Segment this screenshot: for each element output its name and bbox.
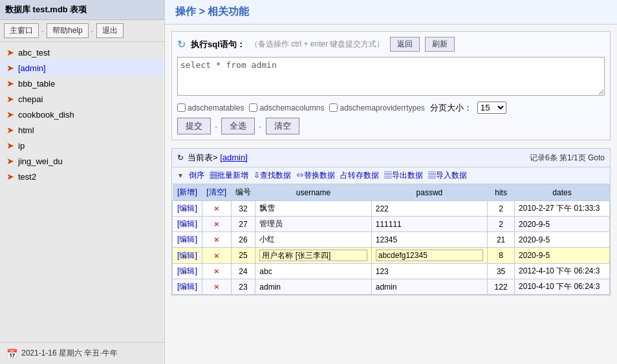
table-row-1: [编辑]×27管理员11111122020-9-5 [173,217,610,232]
page-size-label: 分页大小： [430,102,472,114]
main-body: ↻ 执行sql语句： （备选操作 ctrl + enter 键盘提交方式） 返回… [165,25,617,364]
table-row-5: [编辑]×23adminadmin1222010-4-10 下午 06:24:3 [173,279,610,295]
del-icon-4[interactable]: × [214,266,219,276]
sep2: - [91,27,94,36]
import-btn[interactable]: ▤导入数据 [428,170,467,181]
passwd-cell-3 [371,248,487,264]
sidebar: 数据库 test.mdb 表项 主窗口 - 帮助help - 退出 ➤abc_t… [0,0,165,364]
passwd-cell-2: 12345 [371,232,487,248]
cb-adschemaprovider[interactable] [329,103,338,112]
cb-adschematables[interactable] [177,103,186,112]
sidebar-item-7[interactable]: ➤jing_wei_du [0,153,164,169]
export-btn[interactable]: ▤导出数据 [384,170,423,181]
del-cell-3: × [202,248,231,264]
sql-section: ↻ 执行sql语句： （备选操作 ctrl + enter 键盘提交方式） 返回… [171,31,611,140]
id-cell-1: 27 [231,217,255,232]
passwd-cell-1: 111111 [371,217,487,232]
select-all-button[interactable]: 全选 [221,118,255,134]
del-icon-0[interactable]: × [214,204,219,213]
sep1: - [41,27,44,36]
passwd-input-3[interactable] [376,250,483,261]
col-passwd: passwd [371,184,487,201]
table-toolbar: ▼ 倒序 ▦批量新增 ⇩查找数据 ⇔替换数据 占转存数据 ▤导出数据 ▤导入数据 [172,167,610,184]
table-header-row: [新增] [清空] 编号 username passwd hits dates [173,184,610,201]
sidebar-item-1[interactable]: ➤[admin] [0,60,164,76]
main-content: 操作 > 相关功能 ↻ 执行sql语句： （备选操作 ctrl + enter … [165,0,617,364]
hits-cell-1: 2 [488,217,515,232]
del-cell-2: × [202,232,231,248]
username-input-3[interactable] [259,250,367,261]
hits-cell-3: 8 [488,248,515,264]
table-row-3: [编辑]×2582020-9-5 [173,248,610,264]
opt-adschemaprovider[interactable]: adschemaproviderrtypes [329,103,424,112]
sort-btn[interactable]: 倒序 [189,170,204,181]
sidebar-date: 2021-1-16 星期六 辛丑·牛年 [21,348,118,359]
username-cell-4: abc [255,264,371,279]
hits-cell-2: 21 [488,232,515,248]
sidebar-arrow-icon-7: ➤ [6,156,14,166]
sort-icon: ▼ [177,172,184,179]
page-size-select[interactable]: 15 10 20 50 100 [477,102,506,114]
dates-cell-3: 2020-9-5 [515,248,610,264]
sidebar-item-2[interactable]: ➤bbb_table [0,76,164,91]
sql-refresh-icon: ↻ [177,38,186,50]
dates-cell-5: 2010-4-10 下午 06:24:3 [515,279,610,295]
refresh-button[interactable]: 刷新 [425,37,455,52]
sidebar-arrow-icon-1: ➤ [6,63,14,73]
exit-button[interactable]: 退出 [96,23,124,38]
sql-subtitle: （备选操作 ctrl + enter 键盘提交方式） [250,39,385,50]
sql-actions: 提交 - 全选 - 清空 [177,118,605,134]
id-cell-5: 23 [231,279,255,295]
table-name-link[interactable]: [admin] [220,153,248,162]
edit-cell-4: [编辑] [173,264,202,279]
edit-link-0[interactable]: [编辑] [177,204,197,213]
sidebar-item-0[interactable]: ➤abc_test [0,45,164,60]
table-section: ↻ 当前表> [admin] 记录6条 第1/1页 Goto ▼ 倒序 ▦批量新… [171,148,611,295]
data-table: [新增] [清空] 编号 username passwd hits dates … [172,184,610,295]
sidebar-item-3[interactable]: ➤chepai [0,91,164,107]
del-icon-2[interactable]: × [214,235,219,244]
edit-link-5[interactable]: [编辑] [177,282,197,291]
main-header: 操作 > 相关功能 [165,0,617,25]
main-window-button[interactable]: 主窗口 [4,23,39,38]
del-cell-1: × [202,217,231,232]
sidebar-item-label-4: cookbook_dish [18,110,74,120]
username-cell-2: 小红 [255,232,371,248]
id-cell-3: 25 [231,248,255,264]
opt-adschemacolumns[interactable]: adschemacolumns [249,103,324,112]
del-icon-1[interactable]: × [214,219,219,229]
edit-link-3[interactable]: [编辑] [177,251,197,260]
clear-button[interactable]: 清空 [266,118,299,134]
sql-title-text: 执行sql语句： [191,39,245,50]
find-btn[interactable]: ⇩查找数据 [254,170,291,181]
sidebar-item-label-6: ip [18,141,25,151]
sidebar-item-5[interactable]: ➤html [0,122,164,138]
edit-link-2[interactable]: [编辑] [177,235,197,244]
sidebar-arrow-icon-0: ➤ [6,47,14,58]
sidebar-item-4[interactable]: ➤cookbook_dish [0,107,164,122]
hits-cell-0: 2 [488,201,515,217]
sidebar-item-8[interactable]: ➤test2 [0,169,164,184]
sidebar-item-label-1: [admin] [18,63,46,73]
dump-btn[interactable]: 占转存数据 [340,170,379,181]
opt-adschematables[interactable]: adschematables [177,103,244,112]
return-button[interactable]: 返回 [390,37,420,52]
del-cell-5: × [202,279,231,295]
username-cell-1: 管理员 [255,217,371,232]
del-icon-5[interactable]: × [214,282,219,292]
batch-add-btn[interactable]: ▦批量新增 [210,170,248,181]
del-icon-3[interactable]: × [214,251,219,261]
sql-options: adschematables adschemacolumns adschemap… [177,102,605,114]
edit-link-4[interactable]: [编辑] [177,266,197,275]
sidebar-arrow-icon-3: ➤ [6,94,14,104]
table-refresh-icon: ↻ [177,153,184,162]
sql-textarea[interactable]: select * from admin [177,57,605,96]
submit-button[interactable]: 提交 [177,118,211,134]
replace-btn[interactable]: ⇔替换数据 [296,170,335,181]
help-button[interactable]: 帮助help [47,23,89,38]
edit-link-1[interactable]: [编辑] [177,219,197,228]
cb-adschemacolumns[interactable] [249,103,257,112]
sidebar-item-6[interactable]: ➤ip [0,138,164,153]
table-row-4: [编辑]×24abc123352012-4-10 下午 06:24:3 [173,264,610,279]
col-dates: dates [515,184,610,201]
